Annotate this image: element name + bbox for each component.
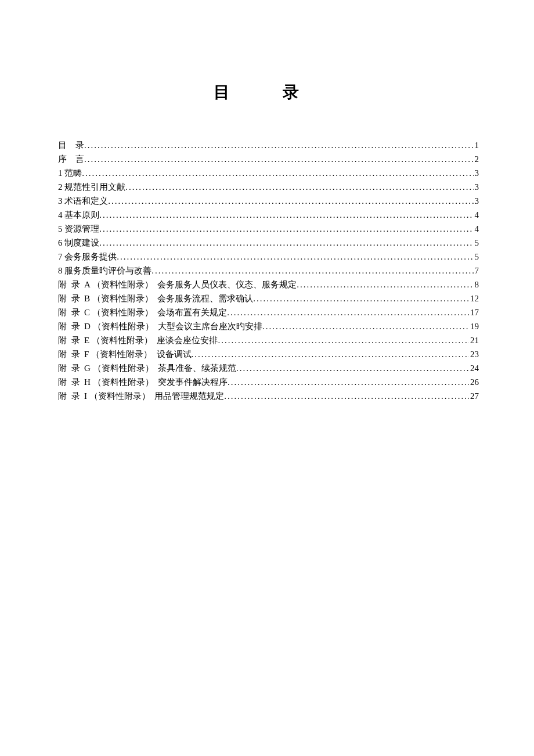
toc-entry: 5 资源管理4 — [58, 222, 479, 236]
toc-dot-leader — [82, 166, 473, 180]
toc-title: 目 录 — [58, 81, 479, 103]
toc-entry-page: 21 — [469, 333, 479, 347]
toc-entry-label: 附 录 G （资料性附录） 茶具准备、续茶规范 — [58, 361, 236, 375]
toc-entry-page: 2 — [474, 152, 479, 166]
toc-dot-leader — [99, 208, 473, 222]
toc-entry-label: 附 录 A （资料性附录） 会务服务人员仪表、仪态、服务规定 — [58, 278, 297, 291]
toc-entry-page: 17 — [469, 305, 479, 319]
toc-entry: 附 录 F （资料性附录） 设备调试23 — [58, 347, 479, 361]
toc-entry-page: 3 — [474, 180, 479, 194]
toc-entry: 7 会务服务提供5 — [58, 250, 479, 264]
toc-entry-page: 19 — [469, 319, 479, 333]
toc-entry: 附 录 E （资料性附录） 座谈会座位安排21 — [58, 333, 479, 347]
toc-entry: 2 规范性引用文献3 — [58, 180, 479, 194]
toc-entry: 附 录 C （资料性附录） 会场布置有关规定17 — [58, 305, 479, 319]
toc-dot-leader — [218, 333, 469, 347]
toc-entry-label: 8 服务质量旳评价与改善 — [58, 264, 151, 278]
toc-entry-label: 6 制度建设 — [58, 236, 99, 250]
toc-entry: 1 范畴3 — [58, 166, 479, 180]
toc-dot-leader — [99, 222, 473, 236]
toc-entry-page: 8 — [474, 278, 479, 291]
toc-entry-page: 4 — [474, 222, 479, 236]
toc-entry-page: 12 — [469, 291, 479, 305]
toc-dot-leader — [253, 291, 469, 305]
toc-entry-page: 1 — [474, 138, 479, 152]
toc-dot-leader — [108, 194, 473, 208]
toc-dot-leader — [228, 375, 469, 389]
toc-entry: 附 录 I （资料性附录） 用品管理规范规定27 — [58, 389, 479, 403]
toc-entry-page: 4 — [474, 208, 479, 222]
toc-entry: 6 制度建设5 — [58, 236, 479, 250]
toc-entry-page: 3 — [474, 166, 479, 180]
toc-dot-leader — [262, 319, 469, 333]
toc-entry-page: 24 — [469, 361, 479, 375]
toc-entry-label: 目 录 — [58, 138, 84, 152]
toc-entry-label: 7 会务服务提供 — [58, 250, 117, 264]
toc-entry-label: 附 录 D （资料性附录） 大型会议主席台座次旳安排 — [58, 319, 262, 333]
toc-entry-page: 23 — [469, 347, 479, 361]
toc-entry: 附 录 H （资料性附录） 突发事件解决程序26 — [58, 375, 479, 389]
toc-entry-label: 1 范畴 — [58, 166, 82, 180]
toc-entry-page: 5 — [474, 250, 479, 264]
toc-entry-label: 附 录 E （资料性附录） 座谈会座位安排 — [58, 333, 218, 347]
toc-dot-leader — [151, 264, 473, 278]
toc-entry-label: 4 基本原则 — [58, 208, 99, 222]
toc-dot-leader — [192, 347, 469, 361]
toc-entry: 附 录 A （资料性附录） 会务服务人员仪表、仪态、服务规定8 — [58, 278, 479, 291]
toc-dot-leader — [227, 305, 469, 319]
toc-entry: 4 基本原则4 — [58, 208, 479, 222]
toc-dot-leader — [224, 389, 469, 403]
toc-entry-page: 3 — [474, 194, 479, 208]
toc-dot-leader — [99, 236, 473, 250]
toc-entry: 附 录 D （资料性附录） 大型会议主席台座次旳安排19 — [58, 319, 479, 333]
toc-entry-page: 5 — [474, 236, 479, 250]
toc-entry-page: 7 — [474, 264, 479, 278]
toc-entry: 3 术语和定义3 — [58, 194, 479, 208]
toc-entry-label: 附 录 B （资料性附录） 会务服务流程、需求确认 — [58, 291, 253, 305]
toc-dot-leader — [236, 361, 469, 375]
toc-entry-label: 5 资源管理 — [58, 222, 99, 236]
toc-entry: 8 服务质量旳评价与改善7 — [58, 264, 479, 278]
toc-dot-leader — [84, 152, 474, 166]
toc-entry-label: 附 录 C （资料性附录） 会场布置有关规定 — [58, 305, 227, 319]
toc-entry: 附 录 G （资料性附录） 茶具准备、续茶规范24 — [58, 361, 479, 375]
toc-entry-label: 3 术语和定义 — [58, 194, 108, 208]
toc-dot-leader — [297, 278, 473, 291]
toc-entry: 序 言2 — [58, 152, 479, 166]
toc-entry-label: 附 录 H （资料性附录） 突发事件解决程序 — [58, 375, 228, 389]
toc-entry: 目 录1 — [58, 138, 479, 152]
toc-entry-label: 附 录 I （资料性附录） 用品管理规范规定 — [58, 389, 224, 403]
toc-dot-leader — [84, 138, 474, 152]
toc-entry-page: 27 — [469, 389, 479, 403]
toc-dot-leader — [117, 250, 473, 264]
page: 目 录 目 录1序 言21 范畴32 规范性引用文献33 术语和定义34 基本原… — [0, 0, 534, 756]
toc-entry-label: 序 言 — [58, 152, 84, 166]
toc-entry-label: 2 规范性引用文献 — [58, 180, 125, 194]
toc-entry: 附 录 B （资料性附录） 会务服务流程、需求确认12 — [58, 291, 479, 305]
toc-entry-label: 附 录 F （资料性附录） 设备调试 — [58, 347, 192, 361]
toc-list: 目 录1序 言21 范畴32 规范性引用文献33 术语和定义34 基本原则45 … — [58, 138, 479, 403]
toc-dot-leader — [125, 180, 473, 194]
toc-entry-page: 26 — [469, 375, 479, 389]
